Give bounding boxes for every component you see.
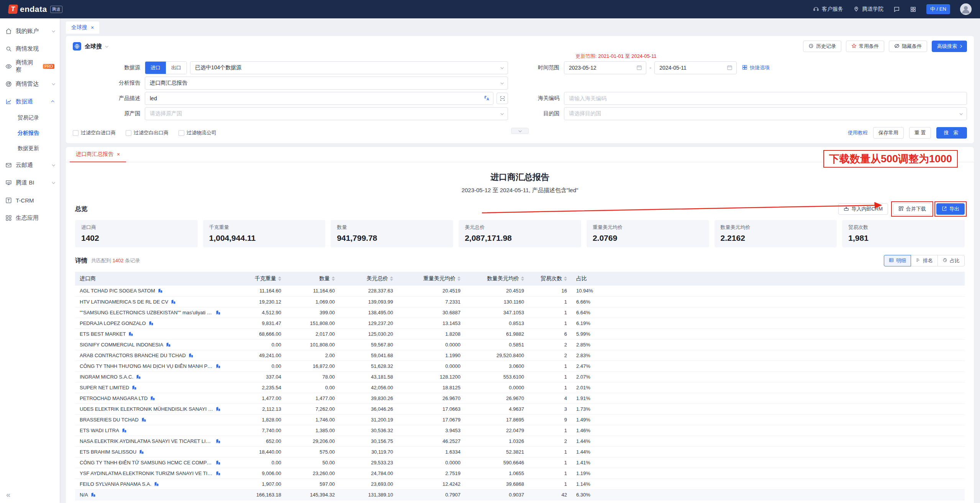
- import-crm-button[interactable]: 导入内部CRM: [838, 203, 888, 215]
- sidebar-item-bi[interactable]: 腾道 BI: [0, 174, 60, 191]
- hscode-input[interactable]: [564, 92, 967, 105]
- company-detail-icon[interactable]: [122, 428, 127, 433]
- sidebar-item-data-updates[interactable]: 数据更新: [0, 141, 60, 156]
- table-row[interactable]: NASA ELEKTRIK AYDINLATMA SANAYI VE TICAR…: [75, 436, 965, 446]
- table-row[interactable]: PEDRAJA LOPEZ GONZALO9,831.47151,808.001…: [75, 318, 965, 328]
- tab-importer-summary-report[interactable]: 进口商汇总报告: [70, 147, 126, 162]
- sidebar-item-trade-records[interactable]: 贸易记录: [0, 110, 60, 126]
- table-row[interactable]: UDES ELEKTRIK ELEKTRONIK MÜHENDISLIK SAN…: [75, 403, 965, 414]
- table-row[interactable]: PETROCHAD MANGARA LTD1,477.001,477.0039,…: [75, 393, 965, 403]
- collapse-panel-button[interactable]: [511, 128, 529, 134]
- company-name[interactable]: YSF AYDINLATMA ELEKTRONIK TURIZM SANAYI …: [80, 470, 213, 476]
- destination-country-select[interactable]: 请选择目的国: [564, 107, 967, 120]
- sort-icon[interactable]: [390, 276, 393, 281]
- filter-blank-importer[interactable]: 过滤空白进口商: [73, 129, 116, 136]
- report-type-select[interactable]: 进口商汇总报告: [145, 77, 508, 90]
- checkbox[interactable]: [179, 130, 184, 136]
- table-row[interactable]: FEILO SYLVANIA PANAMA S.A.1,907.00597.00…: [75, 479, 965, 489]
- date-from-input[interactable]: 2023-05-12: [564, 61, 646, 74]
- sidebar-item-my-account[interactable]: 我的账户: [0, 22, 60, 40]
- sidebar-item-insight[interactable]: 商情洞察 PRO: [0, 57, 60, 75]
- company-name[interactable]: ETS WADI LITRA: [80, 428, 119, 433]
- reset-button[interactable]: 重 置: [909, 127, 931, 139]
- sidebar-item-data-hub[interactable]: 数据通: [0, 93, 60, 110]
- column-header[interactable]: 重量美元均价: [398, 272, 465, 286]
- company-name[interactable]: INGRAM MICRO S.A.C.: [80, 374, 133, 380]
- merge-download-button[interactable]: 合并下载: [893, 203, 931, 215]
- column-header[interactable]: 千克重量: [225, 272, 286, 286]
- company-name[interactable]: N/A: [80, 492, 88, 498]
- table-row[interactable]: CÔNG TY TNHH THƯƠNG MAI DỊCH VỤ ĐIÊN MAN…: [75, 361, 965, 371]
- sort-icon[interactable]: [521, 276, 524, 281]
- sidebar-item-radar[interactable]: 商情雷达: [0, 75, 60, 93]
- company-detail-icon[interactable]: [216, 460, 221, 465]
- quick-options-link[interactable]: 快捷选项: [742, 64, 770, 71]
- company-name[interactable]: CÔNG TY TNHH THƯƠNG MAI DỊCH VỤ ĐIÊN MAN…: [80, 363, 213, 369]
- sidebar-item-analysis-reports[interactable]: 分析报告: [0, 126, 60, 141]
- column-header[interactable]: 美元总价: [339, 272, 398, 286]
- sidebar-item-tcrm[interactable]: T-CRM: [0, 191, 60, 209]
- table-row[interactable]: CÔNG TY TNHH ĐIÊN TỬ SAMSUNG HCMC CE COM…: [75, 457, 965, 468]
- tab-global-search[interactable]: 全球搜: [66, 21, 99, 34]
- chevron-down-icon[interactable]: [105, 44, 108, 47]
- export-toggle[interactable]: 出口: [166, 62, 187, 74]
- view-ratio-button[interactable]: 占比: [937, 255, 965, 266]
- company-name[interactable]: ETS BEST MARKET: [80, 331, 126, 337]
- filter-logistics[interactable]: 过滤物流公司: [179, 129, 216, 136]
- company-detail-icon[interactable]: [171, 299, 176, 304]
- sidebar-item-cloud-mail[interactable]: 云邮通: [0, 156, 60, 174]
- sidebar-item-eco-apps[interactable]: 生态应用: [0, 209, 60, 227]
- table-row[interactable]: N/A166,163.18145,394.32131,389.100.79070…: [75, 489, 965, 500]
- company-detail-icon[interactable]: [158, 288, 163, 293]
- view-rank-button[interactable]: 排名: [911, 255, 938, 266]
- sort-icon[interactable]: [332, 276, 335, 281]
- apps-icon[interactable]: [910, 6, 916, 13]
- company-detail-icon[interactable]: [139, 449, 144, 454]
- company-detail-icon[interactable]: [149, 321, 154, 326]
- sort-icon[interactable]: [457, 276, 461, 281]
- company-name[interactable]: SUPER NET LIMITED: [80, 385, 129, 390]
- company-detail-icon[interactable]: [216, 310, 221, 315]
- message-icon[interactable]: [893, 6, 900, 13]
- table-row[interactable]: AGL TCHAD P/C SOGEA SATOM11,164.6011,164…: [75, 286, 965, 296]
- table-row[interactable]: ETS BRAHIM SALISSOU18,440.00575.0030,119…: [75, 446, 965, 457]
- company-detail-icon[interactable]: [188, 353, 193, 358]
- company-name[interactable]: UDES ELEKTRIK ELEKTRONIK MÜHENDISLIK SAN…: [80, 406, 213, 412]
- close-icon[interactable]: [91, 24, 94, 31]
- avatar[interactable]: [960, 3, 972, 15]
- sort-icon[interactable]: [278, 276, 281, 281]
- sidebar-collapse-button[interactable]: [6, 490, 10, 499]
- company-detail-icon[interactable]: [216, 471, 221, 476]
- tutorial-link[interactable]: 使用教程: [848, 129, 868, 136]
- table-row[interactable]: HTV LATINOAMERICA S DE RL DE CV19,230.12…: [75, 296, 965, 307]
- customer-service-link[interactable]: 客户服务: [813, 6, 843, 13]
- company-name[interactable]: BRASSERIES DU TCHAD: [80, 417, 139, 423]
- table-row[interactable]: ARAB CONTRACTORS BRANCHE DU TCHAD49,241.…: [75, 350, 965, 361]
- hide-conditions-button[interactable]: 隐藏条件: [889, 41, 927, 52]
- sort-icon[interactable]: [564, 276, 567, 281]
- scan-icon[interactable]: [497, 93, 508, 104]
- company-detail-icon[interactable]: [136, 374, 141, 379]
- filter-blank-exporter[interactable]: 过滤空白出口商: [126, 129, 169, 136]
- table-row[interactable]: SIGNIFY COMMERCIAL INDONESIA0.00101,808.…: [75, 339, 965, 350]
- academy-link[interactable]: 腾道学院: [853, 6, 883, 13]
- company-detail-icon[interactable]: [150, 396, 155, 401]
- checkbox[interactable]: [126, 130, 131, 136]
- search-button[interactable]: 搜 索: [936, 127, 967, 139]
- column-header[interactable]: 数量美元均价: [465, 272, 529, 286]
- company-name[interactable]: FEILO SYLVANIA PANAMA S.A.: [80, 481, 151, 487]
- language-toggle[interactable]: 中 / EN: [926, 4, 950, 14]
- origin-country-select[interactable]: 请选择原产国: [145, 107, 508, 120]
- export-button[interactable]: 导出: [936, 203, 965, 215]
- table-row[interactable]: SUPER NET LIMITED2,235.540.0042,056.0018…: [75, 382, 965, 393]
- company-detail-icon[interactable]: [141, 417, 146, 422]
- date-to-input[interactable]: 2024-05-11: [654, 61, 737, 74]
- import-toggle[interactable]: 进口: [145, 62, 166, 74]
- company-name[interactable]: ETS BRAHIM SALISSOU: [80, 449, 136, 455]
- view-detail-button[interactable]: 明细: [884, 255, 911, 266]
- company-detail-icon[interactable]: [216, 407, 221, 412]
- history-button[interactable]: 历史记录: [803, 41, 841, 52]
- company-detail-icon[interactable]: [166, 342, 171, 347]
- company-detail-icon[interactable]: [132, 385, 137, 390]
- company-detail-icon[interactable]: [154, 482, 159, 487]
